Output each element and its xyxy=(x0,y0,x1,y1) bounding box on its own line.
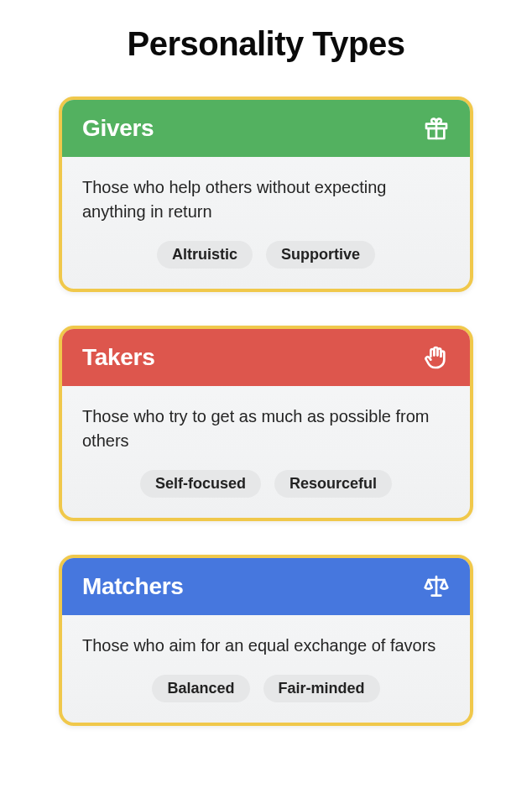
card-header: Givers xyxy=(62,100,470,157)
tag: Supportive xyxy=(266,241,375,269)
card-tags: Altruistic Supportive xyxy=(82,241,450,269)
card-title: Givers xyxy=(82,115,154,142)
card-body: Those who aim for an equal exchange of f… xyxy=(62,615,470,723)
card-list: Givers Those who help others without exp… xyxy=(34,97,498,726)
card-header: Matchers xyxy=(62,558,470,615)
card-description: Those who aim for an equal exchange of f… xyxy=(82,634,450,658)
card-matchers: Matchers Those who aim for an equal exch… xyxy=(59,555,473,726)
gift-icon xyxy=(423,115,450,142)
card-givers: Givers Those who help others without exp… xyxy=(59,97,473,292)
tag: Balanced xyxy=(152,675,249,702)
card-takers: Takers Those who try to get as much as p… xyxy=(59,326,473,521)
hand-icon xyxy=(423,344,450,371)
card-body: Those who try to get as much as possible… xyxy=(62,386,470,518)
tag: Fair-minded xyxy=(263,675,380,702)
card-title: Takers xyxy=(82,344,154,371)
scale-icon xyxy=(423,573,450,600)
tag: Altruistic xyxy=(157,241,253,269)
card-description: Those who try to get as much as possible… xyxy=(82,404,450,453)
card-description: Those who help others without expecting … xyxy=(82,175,450,224)
tag: Resourceful xyxy=(274,470,392,498)
card-header: Takers xyxy=(62,329,470,386)
card-tags: Balanced Fair-minded xyxy=(82,675,450,702)
tag: Self-focused xyxy=(140,470,261,498)
page-title: Personality Types xyxy=(34,25,498,63)
card-body: Those who help others without expecting … xyxy=(62,157,470,289)
card-title: Matchers xyxy=(82,573,184,600)
card-tags: Self-focused Resourceful xyxy=(82,470,450,498)
